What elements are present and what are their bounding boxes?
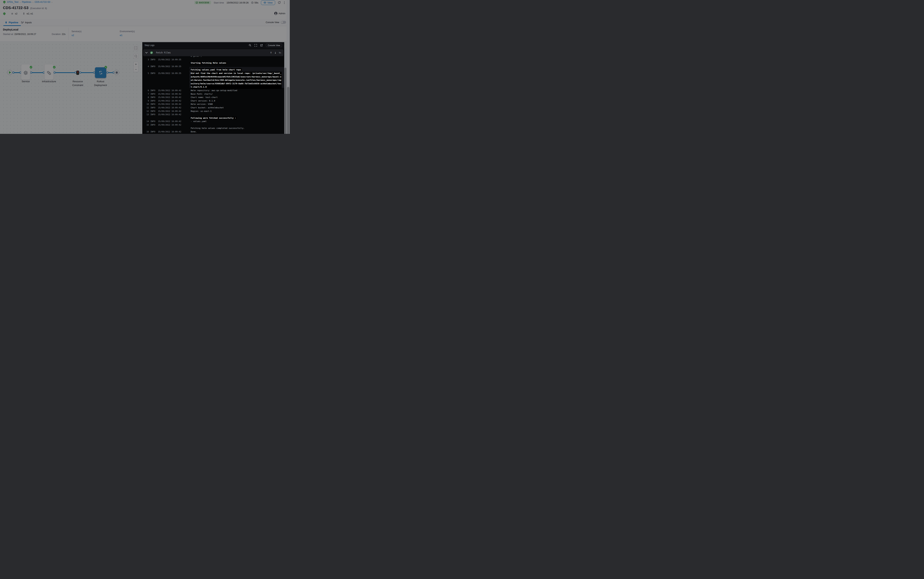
log-row: 15INFO15/09/2022 16:09:42Fetching helm v…	[144, 123, 282, 130]
log-message: Fetching values.yaml from helm chart rep…	[191, 65, 282, 72]
breadcrumb-pipeline-name[interactable]: CDS-41722-S3	[34, 1, 50, 3]
node-label-resource-constraint: Resource Constraint	[70, 80, 85, 87]
log-line-number: 10	[144, 103, 149, 106]
node-infrastructure[interactable]	[44, 64, 54, 80]
log-message: Fetching helm values completed successfu…	[191, 123, 282, 130]
tab-pipeline-label: Pipeline	[9, 21, 18, 24]
environment-link[interactable]: e1	[120, 34, 122, 37]
log-scrollbar[interactable]	[284, 48, 287, 134]
log-message: Helm version: V380	[191, 103, 282, 106]
log-message: Chart version: 0.1.0	[191, 99, 282, 103]
console-view-toggle[interactable]	[281, 21, 286, 24]
log-level: INFO	[150, 113, 155, 120]
view-button[interactable]: View	[261, 0, 275, 5]
log-timestamp: 15/09/2022 16:09:35	[158, 58, 181, 65]
log-row: 7INFO15/09/2022 16:09:42Base Path: chart…	[144, 92, 282, 96]
log-level: INFO	[150, 103, 155, 106]
log-row: 10INFO15/09/2022 16:09:42Helm version: V…	[144, 103, 282, 106]
log-line-number: 14	[144, 120, 149, 123]
zoom-out-button[interactable]: −	[134, 67, 138, 72]
node-resource-constraint[interactable]	[76, 70, 79, 75]
end-node[interactable]	[114, 70, 119, 75]
log-message: Done.	[191, 130, 282, 134]
stage-started-at: Started at: 15/09/2022, 16:09:27	[3, 33, 36, 36]
log-timestamp: 15/09/2022 16:09:42	[158, 99, 181, 103]
execution-tabs: Pipeline Inputs Console View	[0, 19, 290, 26]
log-open-new-tab-button[interactable]	[260, 44, 263, 47]
log-row: 3INFO15/09/2022 16:09:35Starting fetchin…	[144, 58, 282, 65]
start-time-value: 15/09/2022 16:09:26	[227, 1, 248, 4]
refresh-button[interactable]	[278, 1, 281, 4]
step-name: Fetch Files	[156, 51, 171, 54]
canvas-fit-button[interactable]	[134, 46, 139, 51]
log-console-view-button[interactable]: Console View	[266, 44, 282, 47]
edge-port	[106, 72, 108, 74]
start-node[interactable]	[7, 70, 12, 75]
edge-port	[30, 72, 32, 74]
log-timestamp: 15/09/2022 16:09:35	[158, 72, 181, 89]
log-line-number: 15	[144, 123, 149, 130]
graph-edge	[80, 72, 94, 73]
page-scrollbar[interactable]	[287, 0, 290, 134]
log-message: Region: us-east-1	[191, 110, 282, 113]
log-row: 6INFO15/09/2022 16:09:42Helm repository:…	[144, 89, 282, 92]
log-line-number: 7	[144, 92, 149, 96]
log-line-number: 5	[144, 72, 149, 89]
inputs-icon	[21, 21, 24, 24]
elapsed-time: 59s	[255, 1, 258, 4]
log-expand-button[interactable]	[255, 44, 257, 47]
log-timestamp: 15/09/2022 16:09:42	[158, 130, 181, 134]
step-logs-drawer: Step Logs Console View Fetch Files ↑	[142, 42, 284, 134]
step-logs-title: Step Logs	[145, 44, 155, 47]
log-row: 9INFO15/09/2022 16:09:42Chart version: 0…	[144, 99, 282, 103]
chevron-down-icon	[145, 52, 148, 54]
zoom-in-button[interactable]: +	[134, 62, 138, 67]
tab-pipeline[interactable]: Pipeline	[5, 19, 18, 26]
log-level: INFO	[150, 123, 155, 130]
tab-inputs[interactable]: Inputs	[21, 19, 32, 26]
breadcrumb-separator: ›	[33, 1, 33, 3]
log-level: INFO	[150, 99, 155, 103]
log-scrollbar-thumb[interactable]	[284, 68, 286, 134]
log-timestamp: 15/09/2022 16:09:42	[158, 110, 181, 113]
node-label-rollout-deployment: Rollout Deployment	[92, 80, 109, 87]
user-menu[interactable]: Admin	[274, 12, 285, 15]
step-success-icon	[150, 51, 153, 54]
log-row: 8INFO15/09/2022 16:09:42Chart name: test…	[144, 96, 282, 99]
scroll-to-bottom-button[interactable]: ↓	[274, 51, 276, 54]
log-row: 14INFO15/09/2022 16:09:42- values.yaml	[144, 120, 282, 123]
log-timestamp: 15/09/2022 16:09:42	[158, 89, 181, 92]
breadcrumb-pipelines[interactable]: Pipelines	[22, 1, 31, 3]
canvas-select-button[interactable]	[134, 54, 139, 59]
graph-edge	[54, 72, 75, 73]
log-level: INFO	[150, 130, 155, 134]
log-search-button[interactable]	[249, 44, 251, 47]
log-row: 16INFO15/09/2022 16:09:42Done.	[144, 130, 282, 134]
canvas-zoom-controls: + −	[134, 62, 139, 72]
breadcrumb-separator: ›	[20, 1, 21, 3]
service-link[interactable]: s2	[72, 34, 74, 37]
log-row: 11INFO15/09/2022 16:09:42Chart bucket: a…	[144, 106, 282, 110]
harness-pipeline-execution-page: CFDs_Test › Pipelines › CDS-41722-S3 › C…	[0, 0, 290, 134]
log-message: Chart name: test-chart	[191, 96, 282, 99]
constraint-red-light	[77, 71, 78, 73]
log-timestamp: 15/09/2022 16:09:42	[158, 92, 181, 96]
breadcrumb: CFDs_Test › Pipelines › CDS-41722-S3 ›	[3, 0, 52, 3]
node-rollout-deployment[interactable]	[95, 67, 106, 78]
log-message: Did not find the chart and version in lo…	[191, 72, 282, 89]
stage-summary-bar: DeployLocal Started at: 15/09/2022, 16:0…	[0, 26, 290, 42]
pipeline-icon	[5, 21, 7, 24]
node-service[interactable]	[21, 64, 30, 80]
infrastructure-icon	[46, 70, 52, 75]
log-line-number: 8	[144, 96, 149, 99]
more-options-button[interactable]	[283, 1, 285, 4]
scroll-to-top-button[interactable]: ↑	[270, 51, 272, 54]
gear-icon	[23, 70, 28, 75]
harness-cd-icon	[3, 12, 6, 15]
node-label-service: Service	[17, 80, 34, 83]
success-check-icon	[53, 66, 56, 69]
log-step-group-header[interactable]: Fetch Files ↑ ↓ 9s	[143, 49, 284, 56]
user-name: Admin	[279, 12, 285, 15]
breadcrumb-project[interactable]: CFDs_Test	[7, 1, 18, 3]
page-scrollbar-thumb[interactable]	[287, 87, 289, 134]
